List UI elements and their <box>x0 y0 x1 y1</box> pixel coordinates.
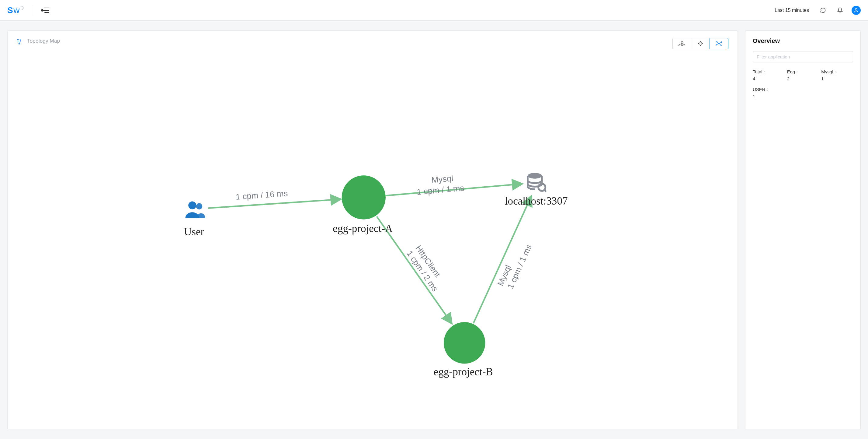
svg-point-7 <box>684 45 685 46</box>
edge-eggA-to-mysql[interactable]: Mysql 1 cpm / 1 ms <box>385 174 523 197</box>
svg-point-24 <box>528 173 542 179</box>
layout-tree-button[interactable] <box>673 38 691 49</box>
svg-point-10 <box>702 43 703 44</box>
layout-toggle-group <box>673 38 728 49</box>
svg-point-23 <box>196 203 203 209</box>
overview-stats: Total : Egg : Mysql : 4 2 1 USER : 1 <box>753 69 853 103</box>
header-divider <box>33 6 33 15</box>
stat-user-label: USER : <box>753 87 785 92</box>
stat-mysql-label: Mysql : <box>821 69 853 74</box>
app-header: S w Last 15 minutes <box>0 0 868 21</box>
svg-point-9 <box>700 41 701 42</box>
logo-w: w <box>13 5 20 15</box>
users-icon <box>185 202 205 218</box>
topology-icon <box>17 39 22 46</box>
svg-point-22 <box>188 202 196 209</box>
node-egg-project-a[interactable]: egg-project-A <box>333 175 393 234</box>
topology-svg: 1 cpm / 16 ms Mysql 1 cpm / 1 ms HttpCli… <box>8 49 738 429</box>
edge-metric: 1 cpm / 1 ms <box>416 183 464 197</box>
svg-point-6 <box>681 45 682 46</box>
edge-eggB-to-mysql[interactable]: Mysql 1 cpm / 1 ms <box>473 196 534 323</box>
page-title: Topology Map <box>27 38 60 44</box>
stat-total-value: 4 <box>753 76 785 86</box>
stat-egg-value: 2 <box>787 76 819 86</box>
svg-line-18 <box>208 199 341 208</box>
refresh-icon <box>820 7 826 13</box>
layout-force-button[interactable] <box>710 38 728 49</box>
node-user[interactable]: User <box>184 202 205 238</box>
node-label: egg-project-B <box>434 366 493 378</box>
database-icon <box>528 173 546 192</box>
node-label: localhost:3307 <box>505 195 568 207</box>
node-label: egg-project-A <box>333 223 393 234</box>
svg-point-0 <box>855 8 857 10</box>
svg-point-12 <box>698 43 699 44</box>
svg-point-4 <box>681 41 682 42</box>
topology-graph[interactable]: 1 cpm / 16 ms Mysql 1 cpm / 1 ms HttpCli… <box>8 49 738 429</box>
overview-title: Overview <box>753 37 853 45</box>
service-node-icon <box>342 175 385 219</box>
svg-point-2 <box>20 39 21 40</box>
chevron-left-icon <box>41 9 43 11</box>
stat-mysql-value: 1 <box>821 76 853 86</box>
time-range-selector[interactable]: Last 15 minutes <box>775 8 809 13</box>
node-label: User <box>184 226 205 238</box>
tree-layout-icon <box>678 40 686 47</box>
refresh-button[interactable] <box>817 5 829 16</box>
edge-metric: 1 cpm / 16 ms <box>236 188 288 202</box>
logo-s: S <box>7 5 13 15</box>
node-mysql[interactable]: localhost:3307 <box>505 173 568 207</box>
svg-point-3 <box>19 43 20 44</box>
logo-arc-icon <box>19 5 24 11</box>
user-icon <box>854 8 859 13</box>
user-avatar-button[interactable] <box>851 6 861 15</box>
svg-point-11 <box>700 45 701 46</box>
overview-panel: Overview Total : Egg : Mysql : 4 2 1 USE… <box>745 30 861 429</box>
bell-icon <box>837 7 843 13</box>
stat-egg-label: Egg : <box>787 69 819 74</box>
force-layout-icon <box>715 40 723 47</box>
svg-point-5 <box>679 45 680 46</box>
node-egg-project-b[interactable]: egg-project-B <box>434 322 493 378</box>
filter-application-input[interactable] <box>753 51 853 62</box>
sidebar-toggle-button[interactable] <box>42 8 49 13</box>
notifications-button[interactable] <box>835 5 845 16</box>
edge-user-to-eggA[interactable]: 1 cpm / 16 ms <box>208 188 341 208</box>
page-content: Topology Map <box>0 21 868 439</box>
edge-protocol: Mysql <box>431 174 454 185</box>
layout-circle-button[interactable] <box>691 38 710 49</box>
stat-user-value: 1 <box>753 93 785 103</box>
app-logo: S w <box>7 5 24 15</box>
svg-point-1 <box>17 39 18 40</box>
topology-panel-header: Topology Map <box>8 31 738 49</box>
circle-layout-icon <box>696 40 705 47</box>
service-node-icon <box>444 322 486 364</box>
topology-panel: Topology Map <box>7 30 738 429</box>
stat-total-label: Total : <box>753 69 785 74</box>
